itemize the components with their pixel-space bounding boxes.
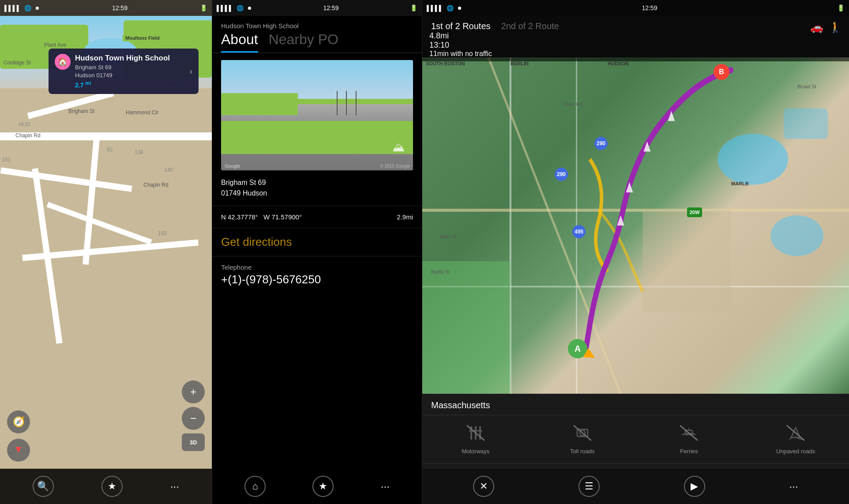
street-view-container[interactable]: ⛰ Google © 2015 Google — [221, 60, 413, 170]
star-icon: ★ — [108, 481, 116, 492]
motorway-icon — [467, 424, 485, 445]
search-button[interactable]: 🔍 — [33, 476, 54, 497]
p2-coordinates-row: N 42.37778° W 71.57900° 2.9mi — [212, 206, 422, 228]
route-tabs-row: 1st of 2 Routes 2nd of 2 Route — [429, 21, 810, 31]
list-button[interactable]: ☰ — [579, 476, 600, 497]
panel-place-details: ▌▌▌▌ 🌐 ⏺ 12:59 🔋 Hudson Town High School… — [212, 0, 422, 504]
route-time: 13:10 — [429, 41, 810, 50]
map-label-43: 181 — [2, 157, 11, 163]
cancel-button[interactable]: ✕ — [473, 476, 494, 497]
road-v1 — [83, 132, 100, 265]
popup-city: Hudson 01749 — [75, 72, 185, 79]
place-popup[interactable]: 🏠 Hudson Town High School Brigham St 69 … — [49, 49, 199, 94]
telephone-number[interactable]: +(1)-(978)-5676250 — [212, 273, 422, 293]
popup-title: Hudson Town High School — [75, 54, 185, 63]
popup-arrow-icon: › — [189, 66, 192, 76]
p2-place-name: Hudson Town High School — [212, 16, 422, 30]
map-label-138: 83 — [107, 147, 113, 153]
pole-1 — [337, 91, 338, 115]
tab-about[interactable]: About — [221, 31, 258, 53]
battery-icon-3: 🔋 — [837, 4, 845, 11]
map-label-181: 182 — [158, 230, 167, 237]
more-button-2[interactable]: ··· — [381, 480, 390, 493]
label-main-st: Main St — [440, 234, 456, 239]
walk-mode-icon[interactable]: 🚶 — [829, 21, 842, 34]
road-1 — [27, 90, 114, 119]
time-display-2: 12:59 — [323, 4, 338, 11]
road-option-ferries[interactable]: Ferries — [636, 420, 743, 459]
svg-point-10 — [770, 215, 823, 256]
popup-address: Brigham St 69 — [75, 64, 185, 71]
google-watermark: Google — [225, 163, 240, 169]
3d-mode-button[interactable]: 3D — [182, 433, 205, 451]
map-label-hammond: Hammond Cir — [126, 109, 158, 116]
signal-icons: ▌▌▌▌ 🌐 ⏺ — [4, 5, 40, 11]
map-controls: + − 3D — [182, 380, 205, 451]
motorway-label: Motorways — [462, 448, 489, 455]
zoom-out-button[interactable]: − — [182, 407, 205, 430]
status-bar-3: ▌▌▌▌ 🌐 ⏺ 12:59 🔋 — [422, 0, 849, 16]
more-button-3[interactable]: ··· — [789, 480, 798, 493]
map-area-3: SOUTH BOSTON BERLIN HUDSON MARLB River R… — [422, 57, 849, 394]
play-button[interactable]: ▶ — [684, 476, 705, 497]
battery-icons-3: 🔋 — [837, 4, 845, 11]
svg-point-9 — [718, 134, 788, 184]
toll-label: Toll roads — [570, 448, 595, 455]
road-option-motorways[interactable]: Motorways — [422, 420, 529, 459]
marker-b: B — [714, 64, 729, 80]
map-label-coolidge: Coolidge St — [4, 60, 31, 66]
p2-coordinates: N 42.37778° W 71.57900° — [221, 213, 302, 221]
state-label: Massachusetts — [422, 394, 849, 415]
record-icon-3: ⏺ — [457, 5, 462, 11]
label-berlin: BERLIN — [511, 61, 529, 66]
p2-city-zip: 01749 Hudson — [221, 188, 413, 199]
street-view-image: ⛰ Google © 2015 Google — [221, 60, 413, 170]
popup-icon: 🏠 — [55, 54, 71, 70]
route-line-svg — [422, 57, 849, 394]
map-label-chapin1: Chapin Rd — [15, 132, 41, 139]
favorites-button[interactable]: ★ — [101, 476, 123, 497]
signal-icon-2: ▌▌▌▌ — [217, 5, 233, 11]
route-tab-2[interactable]: 2nd of 2 Route — [500, 21, 561, 31]
svg-rect-12 — [422, 261, 511, 394]
status-bar-1: ▌▌▌▌ 🌐 ⏺ 12:59 🔋 — [0, 0, 212, 16]
pole-3 — [356, 91, 357, 115]
get-directions-button[interactable]: Get directions — [212, 228, 422, 256]
route-distance: 4.8mi — [429, 31, 810, 41]
unpaved-icon — [787, 424, 804, 445]
map-background-3: SOUTH BOSTON BERLIN HUDSON MARLB River R… — [422, 57, 849, 394]
ferry-icon — [680, 424, 698, 445]
highway-badge-290a: 290 — [555, 168, 568, 181]
road-option-toll[interactable]: Toll roads — [529, 420, 636, 459]
highway-badge-495: 495 — [572, 225, 586, 238]
tab-nearby[interactable]: Nearby PO — [269, 31, 338, 53]
svg-line-21 — [574, 425, 591, 440]
battery-icons-1: 🔋 — [200, 4, 207, 11]
map-label-83: HUD — [19, 121, 30, 128]
north-arrow-icon[interactable]: ▲ — [7, 439, 30, 462]
road-option-unpaved[interactable]: Unpaved roads — [742, 420, 849, 459]
mountain-icon: ⛰ — [392, 140, 405, 154]
play-icon: ▶ — [691, 481, 698, 492]
more-button[interactable]: ··· — [170, 480, 179, 493]
signal-icon: ▌▌▌▌ — [4, 5, 21, 11]
car-mode-icon[interactable]: 🚗 — [810, 21, 823, 34]
moultons-field-label: Moultons Field — [123, 34, 162, 41]
p2-address-block: Brigham St 69 01749 Hudson — [212, 177, 422, 206]
ferry-label: Ferries — [680, 448, 698, 455]
favorites-button-2[interactable]: ★ — [312, 476, 334, 497]
zoom-in-button[interactable]: + — [182, 380, 205, 403]
cancel-icon: ✕ — [480, 481, 488, 492]
p2-tabs: About Nearby PO — [212, 31, 422, 53]
star-icon-2: ★ — [319, 481, 327, 492]
label-river-rd: River Rd — [563, 102, 582, 107]
time-display-3: 12:59 — [642, 4, 657, 11]
battery-icon-2: 🔋 — [410, 4, 417, 11]
compass-icon[interactable]: 🧭 — [7, 410, 30, 433]
battery-icons-2: 🔋 — [410, 4, 417, 11]
route-tab-1[interactable]: 1st of 2 Routes — [429, 21, 492, 31]
pole-2 — [346, 91, 347, 115]
signal-icons-3: ▌▌▌▌ 🌐 ⏺ — [427, 5, 462, 11]
home-button[interactable]: ⌂ — [244, 476, 266, 497]
list-icon: ☰ — [585, 481, 594, 492]
